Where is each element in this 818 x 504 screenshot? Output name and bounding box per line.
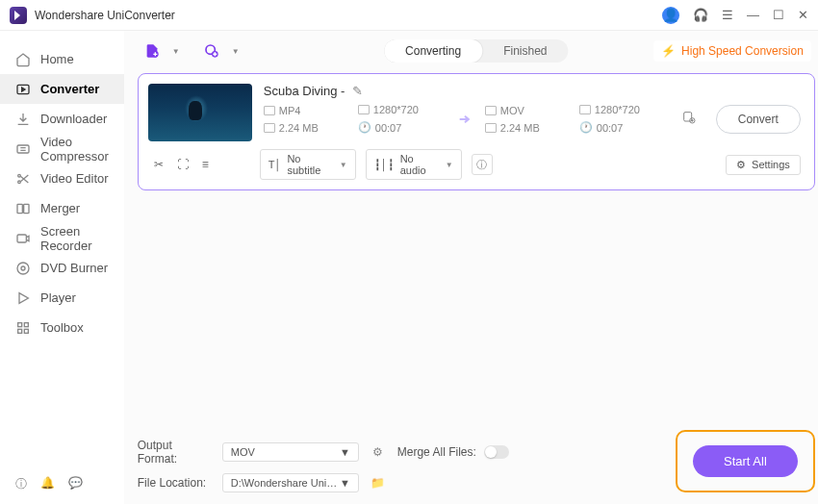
svg-rect-16 xyxy=(683,112,691,120)
sidebar-label: Video Compressor xyxy=(40,135,109,164)
tab-finished[interactable]: Finished xyxy=(482,39,568,63)
trim-icon[interactable]: ✂ xyxy=(154,158,164,171)
convert-button[interactable]: Convert xyxy=(716,105,801,134)
size-icon xyxy=(485,123,497,133)
sidebar-label: DVD Burner xyxy=(40,261,108,275)
audio-icon: ┇│┇ xyxy=(374,159,395,171)
sidebar-item-converter[interactable]: Converter xyxy=(0,74,124,104)
title-bar: Wondershare UniConverter 👤 🎧 ☰ — ☐ ✕ xyxy=(0,0,818,31)
grid-icon xyxy=(15,320,31,336)
resolution-icon xyxy=(579,105,591,114)
start-all-button[interactable]: Start All xyxy=(693,445,798,477)
svg-rect-12 xyxy=(24,329,28,333)
start-highlight-box: Start All xyxy=(676,430,815,492)
svg-point-3 xyxy=(18,181,21,184)
output-settings-icon[interactable] xyxy=(681,110,701,129)
chevron-down-icon[interactable]: ▼ xyxy=(232,47,240,56)
file-location-label: File Location: xyxy=(138,476,213,490)
svg-point-8 xyxy=(21,266,25,270)
arrow-right-icon xyxy=(452,112,477,127)
add-file-button[interactable] xyxy=(141,40,163,62)
sidebar-label: Downloader xyxy=(40,112,107,126)
chevron-down-icon: ▼ xyxy=(446,161,453,169)
output-format-dropdown[interactable]: MOV▼ xyxy=(222,442,359,462)
sidebar-item-downloader[interactable]: Downloader xyxy=(0,104,124,134)
disc-icon xyxy=(15,261,31,276)
sidebar-item-home[interactable]: Home xyxy=(0,44,124,74)
info-button[interactable]: ⓘ xyxy=(472,154,493,175)
minimize-button[interactable]: — xyxy=(747,8,759,22)
sidebar-label: Converter xyxy=(40,82,99,96)
subtitle-dropdown[interactable]: T│No subtitle▼ xyxy=(260,149,356,180)
sidebar-item-recorder[interactable]: Screen Recorder xyxy=(0,223,124,253)
merge-toggle[interactable] xyxy=(484,445,509,459)
src-format: MP4 xyxy=(279,105,301,116)
sidebar-item-compressor[interactable]: Video Compressor xyxy=(0,134,124,164)
sidebar-item-player[interactable]: Player xyxy=(0,283,124,313)
edit-title-icon[interactable]: ✎ xyxy=(352,84,363,98)
format-icon xyxy=(264,106,275,115)
audio-dropdown[interactable]: ┇│┇No audio▼ xyxy=(366,149,462,180)
sidebar-item-merger[interactable]: Merger xyxy=(0,193,124,223)
effects-icon[interactable]: ≡ xyxy=(202,158,209,171)
dst-size: 2.24 MB xyxy=(500,122,540,134)
sidebar-label: Player xyxy=(40,290,76,305)
maximize-button[interactable]: ☐ xyxy=(773,8,784,22)
record-icon xyxy=(15,231,31,246)
home-icon xyxy=(15,52,31,67)
menu-icon[interactable]: ☰ xyxy=(722,8,733,22)
file-card: Scuba Diving -✎ MP4 2.24 MB 1280*720 🕐00… xyxy=(138,73,815,190)
size-icon xyxy=(264,123,275,133)
headset-icon[interactable]: 🎧 xyxy=(693,8,708,22)
sidebar: Home Converter Downloader Video Compress… xyxy=(0,31,124,504)
sidebar-label: Merger xyxy=(40,201,80,215)
svg-rect-1 xyxy=(17,145,29,153)
crop-icon[interactable]: ⛶ xyxy=(177,158,189,171)
tab-group: Converting Finished xyxy=(384,39,568,63)
merge-icon xyxy=(15,201,31,216)
svg-rect-11 xyxy=(18,329,22,333)
settings-button[interactable]: ⚙Settings xyxy=(726,155,801,175)
svg-rect-5 xyxy=(24,204,29,213)
sidebar-label: Screen Recorder xyxy=(40,224,109,253)
sidebar-item-toolbox[interactable]: Toolbox xyxy=(0,313,124,342)
file-location-dropdown[interactable]: D:\Wondershare UniConverter▼ xyxy=(222,473,359,492)
resolution-icon xyxy=(358,105,370,114)
compress-icon xyxy=(15,141,31,157)
subtitle-icon: T│ xyxy=(268,159,282,170)
download-icon xyxy=(15,112,31,127)
output-format-label: Output Format: xyxy=(138,439,213,466)
feedback-icon[interactable]: 💬 xyxy=(68,476,83,492)
src-size: 2.24 MB xyxy=(279,122,319,134)
sidebar-item-dvd[interactable]: DVD Burner xyxy=(0,253,124,283)
play-icon xyxy=(15,290,31,306)
tab-converting[interactable]: Converting xyxy=(384,39,482,63)
svg-rect-9 xyxy=(18,322,22,326)
app-logo-icon xyxy=(10,7,27,24)
help-icon[interactable]: ⓘ xyxy=(15,476,27,492)
app-title: Wondershare UniConverter xyxy=(35,9,662,22)
high-speed-badge[interactable]: ⚡High Speed Conversion xyxy=(653,40,811,62)
sidebar-label: Toolbox xyxy=(40,320,84,335)
svg-point-2 xyxy=(18,174,21,177)
format-settings-icon[interactable]: ⚙ xyxy=(369,442,388,462)
video-thumbnail[interactable] xyxy=(148,84,252,141)
src-dur: 00:07 xyxy=(375,122,402,134)
sidebar-item-editor[interactable]: Video Editor xyxy=(0,164,124,193)
src-res: 1280*720 xyxy=(373,104,419,115)
chevron-down-icon: ▼ xyxy=(340,161,347,169)
scissors-icon xyxy=(15,171,31,187)
svg-point-7 xyxy=(17,263,29,274)
close-button[interactable]: ✕ xyxy=(798,8,808,22)
sidebar-label: Home xyxy=(40,52,74,66)
user-avatar-icon[interactable]: 👤 xyxy=(662,7,679,24)
chevron-down-icon: ▼ xyxy=(340,477,350,489)
chevron-down-icon[interactable]: ▼ xyxy=(172,47,180,56)
main-panel: ▼ ▼ Converting Finished ⚡High Speed Conv… xyxy=(124,31,818,504)
lightning-icon: ⚡ xyxy=(661,44,676,58)
browse-folder-icon[interactable]: 📁 xyxy=(369,473,388,492)
bell-icon[interactable]: 🔔 xyxy=(40,476,55,492)
add-url-button[interactable] xyxy=(201,40,222,62)
dst-res: 1280*720 xyxy=(595,104,640,115)
dst-format: MOV xyxy=(500,105,524,116)
